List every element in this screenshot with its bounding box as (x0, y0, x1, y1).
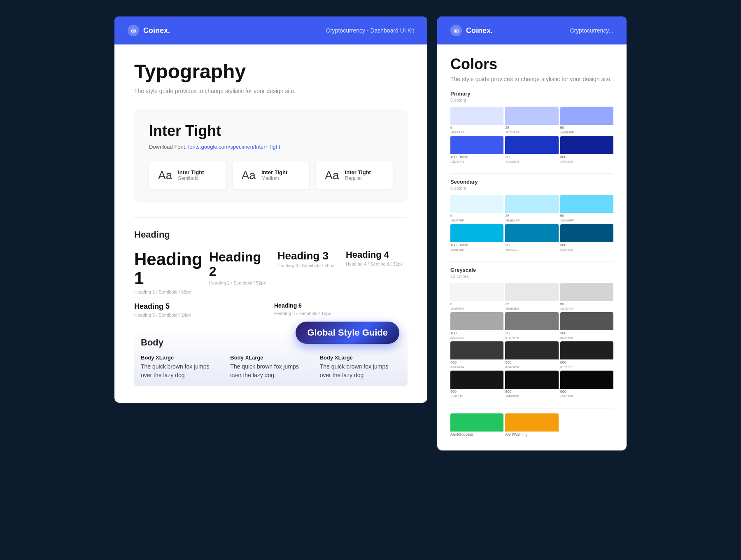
primary-color-group: Primary 6 colors 0 #EEF1FF 25 #D0D8FF 50… (450, 91, 613, 163)
variant-aa-medium: Aa (242, 169, 256, 182)
alert-success-label: Alert/Success (450, 432, 503, 437)
variant-aa-semibold: Aa (158, 169, 172, 182)
primary-shade-100: 100 - Base (450, 154, 503, 160)
grey-color-300 (560, 312, 613, 330)
primary-count: 6 colors (450, 98, 613, 103)
secondary-swatch-25: 25 #B3EDFF (505, 195, 558, 222)
body-item-3-text: The quick brown fox jumps over the lazy … (320, 362, 401, 380)
grey-color-500 (505, 341, 558, 359)
left-logo-text: Coinex. (143, 26, 170, 35)
secondary-color-50 (560, 195, 613, 213)
primary-hex-300: #0F2196 (560, 160, 613, 163)
grey-color-400 (450, 341, 503, 359)
secondary-shade-100: 100 - Base (450, 242, 503, 248)
global-style-badge: Global Style Guide (296, 322, 399, 344)
heading-5: Heading 5 Heading 5 / Semibold / 24px (134, 303, 268, 317)
heading-3: Heading 3 Heading 3 / Semibold / 40px (277, 250, 339, 294)
heading-6-text: Heading 6 (274, 303, 408, 309)
grey-shade-25: 25 (505, 301, 558, 307)
heading-1-label: Heading 1 / Semibold / 68px (134, 289, 203, 294)
heading-3-text: Heading 3 (277, 250, 339, 262)
body-item-2-label: Body XLarge (230, 355, 311, 361)
grey-shade-200: 200 (505, 330, 558, 336)
secondary-row-2: 100 - Base #00B4E6 200 #0082B3 300 #0055… (450, 224, 613, 252)
right-header: ◎ Coinex. Cryptocurrency... (437, 16, 627, 44)
secondary-hex-0: #E0F7FF (450, 219, 503, 222)
grey-swatch-100: 100 #A8A8A8 (450, 312, 503, 340)
typography-desc: The style guide provides to change styli… (134, 88, 408, 94)
secondary-color-25 (505, 195, 558, 213)
grey-shade-700: 700 (450, 389, 503, 394)
font-download-link[interactable]: fonts.google.com/specimen/Inter+Tight (188, 144, 280, 150)
secondary-count: 6 colors (450, 186, 613, 191)
heading-3-label: Heading 3 / Semibold / 40px (277, 263, 339, 268)
variant-weight-semibold: Semibold (178, 175, 204, 181)
grey-hex-500: #2A2A2A (505, 365, 558, 369)
heading-section-label: Heading (134, 229, 408, 240)
left-body: Typography The style guide provides to c… (114, 44, 427, 403)
right-header-subtitle: Cryptocurrency... (570, 27, 613, 34)
secondary-hex-50: #66D9FF (560, 219, 613, 222)
greyscale-label: Greyscale (450, 267, 613, 273)
grey-swatch-200: 200 #7A7A7A (505, 312, 558, 340)
heading-1: Heading 1 Heading 1 / Semibold / 68px (134, 250, 203, 294)
alert-row: Alert/Success Alert/Warning (450, 413, 613, 437)
colors-title: Colors (450, 56, 613, 72)
variant-info-medium: Inter Tight Medium (261, 169, 287, 181)
primary-shade-25: 25 (505, 125, 558, 131)
grey-shade-600: 600 (560, 359, 613, 365)
left-header-subtitle: Cryptocurrency - Dashboard UI Kit (326, 27, 414, 34)
color-divider-2 (450, 261, 613, 262)
grey-shade-50: 50 (560, 301, 613, 307)
right-logo-icon: ◎ (450, 25, 462, 36)
right-logo: ◎ Coinex. (450, 25, 493, 36)
secondary-color-300 (560, 224, 613, 242)
alert-warning-label: Alert/Warning (505, 432, 558, 437)
grey-color-0 (450, 283, 503, 301)
right-logo-text: Coinex. (466, 26, 493, 35)
grey-hex-400: #3A3A3A (450, 365, 503, 369)
body-item-2: Body XLarge The quick brown fox jumps ov… (230, 355, 311, 380)
primary-swatch-0: 0 #EEF1FF (450, 107, 503, 134)
variant-semibold: Aa Inter Tight Semibold (149, 161, 226, 189)
body-item-3-label: Body XLarge (320, 355, 401, 361)
secondary-shade-25: 25 (505, 213, 558, 219)
grey-row-1: 0 #F5F5F5 25 #E8E8E8 50 #D4D4D4 (450, 283, 613, 310)
heading-2-label: Heading 2 / Semibold / 52px (209, 280, 271, 285)
secondary-color-100 (450, 224, 503, 242)
divider-1 (134, 217, 408, 218)
grey-swatch-400: 400 #3A3A3A (450, 341, 503, 369)
grey-row-4: 700 #161616 800 #0E0E0E 900 #080808 (450, 371, 613, 398)
font-download-line: Download Font: fonts.google.com/specimen… (149, 144, 393, 150)
secondary-swatch-0: 0 #E0F7FF (450, 195, 503, 222)
grey-shade-500: 500 (505, 359, 558, 365)
grey-swatch-900: 900 #080808 (560, 371, 613, 398)
secondary-swatch-200: 200 #0082B3 (505, 224, 558, 252)
heading-5-label: Heading 5 / Semibold / 24px (134, 313, 268, 317)
font-name: Inter Tight (149, 122, 393, 140)
alert-success-color (450, 413, 503, 432)
heading-4-label: Heading 4 / Semibold / 32px (346, 261, 408, 266)
grey-shade-300: 300 (560, 330, 613, 336)
primary-row-1: 0 #EEF1FF 25 #D0D8FF 50 #A8B4FF (450, 107, 613, 134)
primary-swatch-200: 200 #1A35C4 (505, 136, 558, 163)
body-item-2-text: The quick brown fox jumps over the lazy … (230, 362, 311, 380)
grey-color-900 (560, 371, 613, 389)
secondary-color-group: Secondary 6 colors 0 #E0F7FF 25 #B3EDFF … (450, 179, 613, 252)
heading-5-text: Heading 5 (134, 303, 268, 311)
body-item-1-text: The quick brown fox jumps over the lazy … (141, 362, 222, 380)
alert-success-swatch: Alert/Success (450, 413, 503, 437)
secondary-swatch-50: 50 #66D9FF (560, 195, 613, 222)
primary-color-50 (560, 107, 613, 125)
variant-info-semibold: Inter Tight Semibold (178, 169, 204, 181)
primary-hex-100: #3D5AF1 (450, 160, 503, 163)
secondary-hex-200: #0082B3 (505, 248, 558, 252)
grey-color-50 (560, 283, 613, 301)
heading-4: Heading 4 Heading 4 / Semibold / 32px (346, 250, 408, 294)
grey-color-600 (560, 341, 613, 359)
secondary-swatch-100: 100 - Base #00B4E6 (450, 224, 503, 252)
primary-color-100 (450, 136, 503, 154)
font-specimen-box: Inter Tight Download Font: fonts.google.… (134, 109, 408, 203)
grey-shade-100: 100 (450, 330, 503, 336)
primary-swatch-300: 300 #0F2196 (560, 136, 613, 163)
